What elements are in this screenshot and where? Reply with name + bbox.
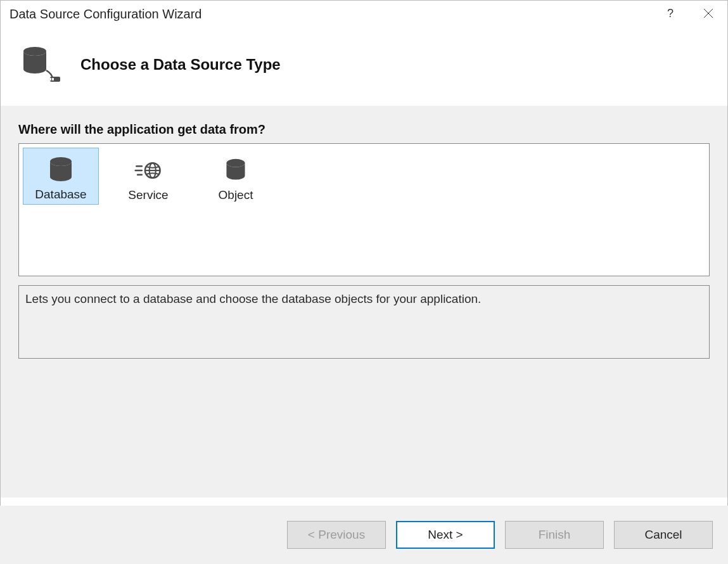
- previous-button[interactable]: < Previous: [287, 521, 386, 549]
- svg-rect-3: [50, 77, 60, 82]
- option-database[interactable]: Database: [23, 148, 99, 205]
- finish-button[interactable]: Finish: [505, 521, 604, 549]
- wizard-footer: < Previous Next > Finish Cancel: [0, 506, 728, 564]
- titlebar: Data Source Configuration Wizard ?: [1, 1, 727, 31]
- next-button[interactable]: Next >: [396, 521, 495, 549]
- option-label: Object: [219, 188, 253, 202]
- close-icon: [703, 8, 713, 18]
- cancel-button[interactable]: Cancel: [614, 521, 713, 549]
- window-title: Data Source Configuration Wizard: [10, 1, 201, 22]
- service-icon: [134, 157, 162, 184]
- help-button[interactable]: ?: [651, 1, 689, 26]
- wizard-body: Where will the application get data from…: [1, 106, 727, 497]
- wizard-step-title: Choose a Data Source Type: [80, 56, 281, 74]
- svg-point-13: [226, 159, 245, 167]
- svg-rect-5: [52, 78, 54, 80]
- option-object[interactable]: Object: [198, 148, 274, 205]
- database-icon: [47, 156, 75, 184]
- svg-point-2: [23, 47, 46, 56]
- close-button[interactable]: [689, 1, 727, 26]
- prompt-label: Where will the application get data from…: [18, 122, 710, 137]
- data-source-options: Database Service: [18, 143, 710, 276]
- help-icon: ?: [667, 7, 674, 20]
- description-text: Lets you connect to a database and choos…: [25, 292, 703, 306]
- svg-rect-4: [49, 78, 51, 80]
- wizard-header: Choose a Data Source Type: [1, 31, 727, 106]
- option-label: Database: [35, 188, 86, 202]
- svg-point-6: [50, 157, 72, 166]
- description-box: Lets you connect to a database and choos…: [18, 285, 710, 359]
- option-service[interactable]: Service: [110, 148, 186, 205]
- object-icon: [222, 157, 250, 184]
- header-db-icon: [18, 42, 63, 87]
- option-label: Service: [128, 188, 168, 202]
- window-controls: ?: [651, 1, 727, 26]
